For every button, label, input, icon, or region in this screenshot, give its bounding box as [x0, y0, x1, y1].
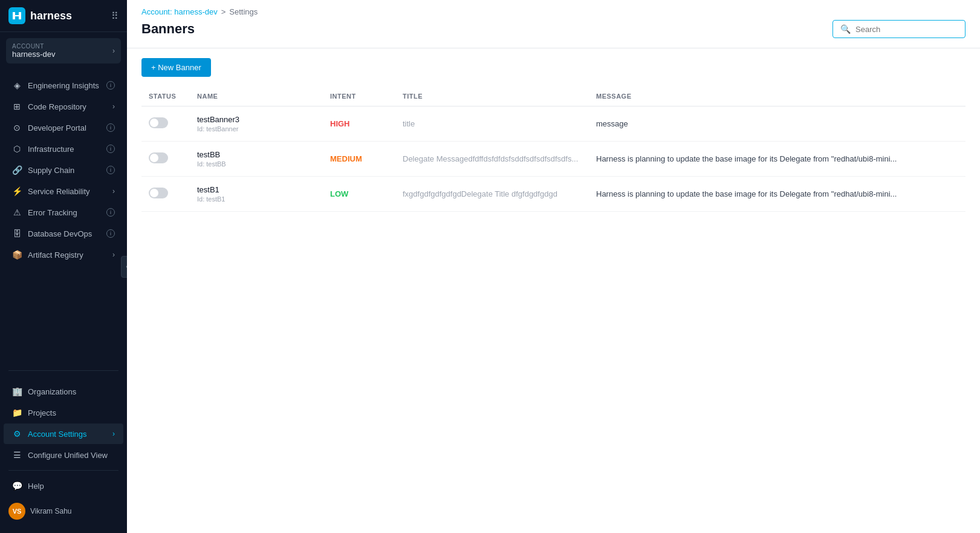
- sidebar-label-developer-portal: Developer Portal: [28, 123, 86, 132]
- developer-portal-icon: ⊙: [12, 123, 22, 132]
- account-label: ACCOUNT: [12, 43, 56, 50]
- sidebar-divider: [8, 370, 118, 371]
- row-title-cell-2: Delegate Messagedfdffdsfdfdsfsddfsdfsdfs…: [395, 142, 589, 177]
- sidebar-item-infrastructure[interactable]: ⬡ Infrastructure i: [4, 139, 123, 159]
- breadcrumb-separator: >: [221, 7, 226, 16]
- search-box[interactable]: 🔍: [832, 20, 965, 38]
- sidebar-item-developer-portal[interactable]: ⊙ Developer Portal i: [4, 117, 123, 138]
- column-message: MESSAGE: [589, 87, 965, 106]
- row-title-cell-3: fxgdfgdfgdfgdfgdDelegate Title dfgfdgdfg…: [395, 177, 589, 212]
- configure-unified-view-icon: ☰: [12, 450, 22, 460]
- account-settings-chevron-icon: ›: [112, 430, 115, 438]
- sidebar: harness ⠿ ACCOUNT harness-dev › ◈ Engine…: [0, 0, 127, 533]
- sidebar-label-error-tracking: Error Tracking: [28, 208, 77, 217]
- search-icon: 🔍: [840, 24, 851, 34]
- table-area: + New Banner STATUS NAME INTENT TITLE ME…: [127, 48, 980, 533]
- infrastructure-icon: ⬡: [12, 144, 22, 154]
- account-name: harness-dev: [12, 50, 56, 59]
- sidebar-label-projects: Projects: [28, 408, 56, 417]
- sidebar-item-supply-chain[interactable]: 🔗 Supply Chain i: [4, 160, 123, 180]
- infrastructure-info-icon: i: [106, 145, 115, 153]
- row-title-3: fxgdfgdfgdfgdfgdDelegate Title dfgfdgdfg…: [403, 189, 557, 198]
- sidebar-item-artifact-registry[interactable]: 📦 Artifact Registry ›: [4, 244, 123, 265]
- table-row: testBanner3 Id: testBanner HIGH title me…: [141, 106, 965, 142]
- row-status-cell: [141, 106, 190, 142]
- toolbar: + New Banner: [141, 48, 965, 87]
- banner-id-2: Id: testBB: [197, 160, 316, 168]
- user-area: VS Vikram Sahu: [0, 497, 127, 526]
- sidebar-item-configure-unified-view[interactable]: ☰ Configure Unified View: [4, 445, 123, 465]
- intent-badge-1: HIGH: [330, 119, 350, 128]
- sidebar-item-error-tracking[interactable]: ⚠ Error Tracking i: [4, 202, 123, 223]
- banner-name-2: testBB: [197, 150, 316, 159]
- account-chevron-icon: ›: [112, 47, 115, 55]
- code-repository-chevron-icon: ›: [112, 102, 115, 111]
- search-input[interactable]: [855, 25, 958, 34]
- row-toggle-3[interactable]: [149, 188, 168, 198]
- account-settings-icon: ⚙: [12, 429, 22, 439]
- sidebar-item-help[interactable]: 💬 Help: [4, 476, 123, 496]
- row-intent-cell-3: LOW: [323, 177, 395, 212]
- banner-name-1: testBanner3: [197, 115, 316, 124]
- page-title: Banners: [141, 21, 195, 37]
- engineering-insights-icon: ◈: [12, 80, 22, 90]
- column-status: STATUS: [141, 87, 190, 106]
- sidebar-label-configure-unified-view: Configure Unified View: [28, 451, 108, 460]
- engineering-insights-info-icon: i: [106, 81, 115, 90]
- intent-badge-2: MEDIUM: [330, 154, 362, 163]
- account-switcher[interactable]: ACCOUNT harness-dev ›: [6, 38, 121, 64]
- breadcrumb-account-link[interactable]: Account: harness-dev: [141, 7, 218, 16]
- breadcrumb: Account: harness-dev > Settings: [127, 0, 980, 16]
- service-reliability-icon: ⚡: [12, 186, 22, 196]
- database-devops-info-icon: i: [106, 229, 115, 238]
- page-header: Banners 🔍: [127, 16, 980, 48]
- artifact-registry-chevron-icon: ›: [112, 250, 115, 259]
- code-repository-icon: ⊞: [12, 102, 22, 111]
- row-message-cell-2: Harness is planning to update the base i…: [589, 142, 965, 177]
- table-body: testBanner3 Id: testBanner HIGH title me…: [141, 106, 965, 212]
- row-name-cell: testBanner3 Id: testBanner: [190, 106, 323, 142]
- row-toggle-2[interactable]: [149, 152, 168, 163]
- row-message-1: message: [596, 119, 628, 128]
- banner-id-1: Id: testBanner: [197, 125, 316, 132]
- sidebar-item-code-repository[interactable]: ⊞ Code Repository ›: [4, 96, 123, 117]
- sidebar-label-artifact-registry: Artifact Registry: [28, 250, 83, 260]
- organizations-icon: 🏢: [12, 387, 22, 396]
- new-banner-button[interactable]: + New Banner: [141, 58, 211, 77]
- banners-table: STATUS NAME INTENT TITLE MESSAGE testBan…: [141, 87, 965, 212]
- row-name-cell-2: testBB Id: testBB: [190, 142, 323, 177]
- artifact-registry-icon: 📦: [12, 250, 22, 260]
- column-intent: INTENT: [323, 87, 395, 106]
- sidebar-item-organizations[interactable]: 🏢 Organizations: [4, 381, 123, 402]
- user-name: Vikram Sahu: [30, 507, 71, 515]
- harness-logo-icon: [8, 7, 25, 24]
- sidebar-label-infrastructure: Infrastructure: [28, 145, 74, 154]
- grid-icon[interactable]: ⠿: [111, 10, 118, 22]
- database-devops-icon: 🗄: [12, 229, 22, 238]
- banner-name-3: testB1: [197, 185, 316, 194]
- intent-badge-3: LOW: [330, 189, 348, 198]
- sidebar-item-engineering-insights[interactable]: ◈ Engineering Insights i: [4, 75, 123, 96]
- row-message-cell-3: Harness is planning to update the base i…: [589, 177, 965, 212]
- sidebar-label-code-repository: Code Repository: [28, 102, 86, 111]
- table-row: testB1 Id: testB1 LOW fxgdfgdfgdfgdfgdDe…: [141, 177, 965, 212]
- row-name-cell-3: testB1 Id: testB1: [190, 177, 323, 212]
- sidebar-label-engineering-insights: Engineering Insights: [28, 81, 99, 90]
- service-reliability-chevron-icon: ›: [112, 187, 115, 195]
- main-content: Account: harness-dev > Settings Banners …: [127, 0, 980, 533]
- sidebar-divider-2: [8, 470, 118, 471]
- row-title-2: Delegate Messagedfdffdsfdfdsfsddfsdfsdfs…: [403, 154, 578, 163]
- table-row: testBB Id: testBB MEDIUM Delegate Messag…: [141, 142, 965, 177]
- sidebar-item-database-devops[interactable]: 🗄 Database DevOps i: [4, 223, 123, 244]
- user-avatar: VS: [8, 503, 25, 520]
- sidebar-collapse-button[interactable]: ‹: [121, 256, 127, 278]
- sidebar-label-database-devops: Database DevOps: [28, 229, 92, 238]
- sidebar-nav: ◈ Engineering Insights i ⊞ Code Reposito…: [0, 70, 127, 365]
- error-tracking-icon: ⚠: [12, 208, 22, 217]
- sidebar-item-service-reliability[interactable]: ⚡ Service Reliability ›: [4, 181, 123, 201]
- sidebar-item-account-settings[interactable]: ⚙ Account Settings ›: [4, 423, 123, 444]
- row-toggle-1[interactable]: [149, 117, 168, 128]
- developer-portal-info-icon: i: [106, 123, 115, 132]
- sidebar-item-projects[interactable]: 📁 Projects: [4, 402, 123, 423]
- logo-text: harness: [30, 10, 72, 22]
